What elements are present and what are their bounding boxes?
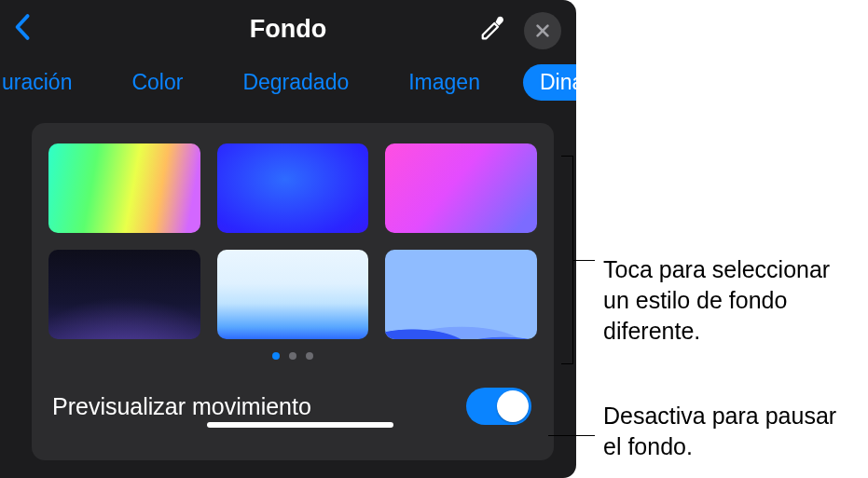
eyedropper-button[interactable]: [479, 14, 507, 42]
eyedropper-icon: [479, 14, 507, 42]
content-card: Previsualizar movimiento: [32, 123, 554, 460]
pagination-dots: [48, 352, 537, 360]
callout-bracket-grid: [561, 156, 595, 364]
toggle-knob: [497, 390, 529, 422]
page-dot-1[interactable]: [272, 352, 280, 360]
swatch-dynamic-2[interactable]: [217, 143, 369, 233]
close-button[interactable]: [524, 12, 561, 49]
preview-motion-row: Previsualizar movimiento: [48, 388, 537, 425]
swatch-dynamic-4[interactable]: [48, 250, 200, 339]
callout-line-toggle: [548, 435, 595, 436]
close-icon: [534, 22, 551, 39]
back-button[interactable]: [13, 11, 34, 43]
tab-duration[interactable]: uración: [0, 64, 89, 101]
page-dot-3[interactable]: [306, 352, 313, 360]
tab-dynamic[interactable]: Dinámico: [523, 64, 576, 101]
tab-color[interactable]: Color: [115, 64, 200, 101]
swatch-dynamic-6[interactable]: [385, 250, 537, 339]
panel-header: Fondo: [0, 0, 576, 58]
callout-toggle: Desactiva para pausar el fondo.: [603, 401, 846, 462]
preview-motion-toggle[interactable]: [466, 388, 531, 425]
callout-grid: Toca para seleccionar un estilo de fondo…: [603, 254, 857, 347]
tab-bar: uración Color Degradado Imagen Dinámico: [0, 58, 576, 106]
swatch-dynamic-1[interactable]: [48, 143, 200, 233]
home-indicator: [207, 422, 393, 428]
chevron-left-icon: [13, 11, 34, 43]
swatch-dynamic-3[interactable]: [385, 143, 537, 233]
swatch-grid: [48, 143, 537, 339]
panel-title: Fondo: [250, 15, 326, 44]
page-dot-2[interactable]: [289, 352, 296, 360]
tab-image[interactable]: Imagen: [392, 64, 497, 101]
swatch-dynamic-5[interactable]: [217, 250, 369, 339]
tab-gradient[interactable]: Degradado: [226, 64, 365, 101]
preview-motion-label: Previsualizar movimiento: [52, 393, 311, 420]
background-panel: Fondo uración Color Degradado Imagen Din…: [0, 0, 576, 478]
